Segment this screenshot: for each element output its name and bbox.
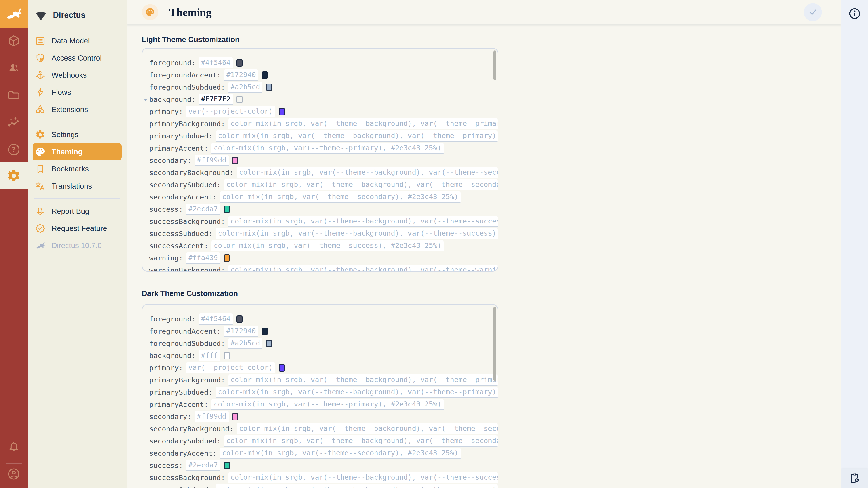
revisions-drawer-toggle[interactable] xyxy=(841,469,868,488)
rule-value-input[interactable]: color-mix(in srgb, var(--theme--backgrou… xyxy=(228,216,498,227)
module-docs[interactable]: ? xyxy=(0,136,28,163)
save-button[interactable] xyxy=(804,3,822,21)
translate-icon xyxy=(35,181,45,191)
rule-value-input[interactable]: color-mix(in srgb, var(--theme--backgrou… xyxy=(216,130,498,142)
rule-value-input[interactable]: color-mix(in srgb, var(--theme--backgrou… xyxy=(228,265,498,271)
color-swatch[interactable] xyxy=(279,364,285,372)
rule-value-input[interactable]: color-mix(in srgb, var(--theme--backgrou… xyxy=(228,375,498,386)
sidebar-item-report-bug[interactable]: Report Bug xyxy=(28,203,127,220)
rule-name: successAccent: xyxy=(149,242,208,250)
sidebar-version-row[interactable]: Directus 10.7.0 xyxy=(28,237,127,254)
rule-value-input[interactable]: #4f5464 xyxy=(199,313,233,325)
color-swatch[interactable] xyxy=(266,84,272,91)
settings-nav: Data Model Access Control xyxy=(28,32,127,254)
rule-value-input[interactable]: color-mix(in srgb, var(--theme--secondar… xyxy=(220,448,461,459)
sidebar-item-access-control[interactable]: Access Control xyxy=(28,50,127,67)
rule-name: success: xyxy=(149,205,183,213)
main-content: Theming Light Theme Customization foregr… xyxy=(127,0,841,488)
rule-name: foreground: xyxy=(149,315,195,323)
theme-rule-row: primaryBackground:color-mix(in srgb, var… xyxy=(149,118,498,130)
rule-value-input[interactable]: #F7F7F2 xyxy=(199,94,233,105)
rule-value-input[interactable]: color-mix(in srgb, var(--theme--primary)… xyxy=(211,142,444,154)
rule-value-input[interactable]: #fff xyxy=(199,350,220,361)
rule-value-input[interactable]: #172940 xyxy=(224,326,258,337)
rule-value: color-mix(in srgb, var(--theme--backgrou… xyxy=(218,229,498,237)
rule-value-input[interactable]: color-mix(in srgb, var(--theme--backgrou… xyxy=(216,387,498,398)
rule-value-input[interactable]: #ff99dd xyxy=(195,155,229,166)
color-swatch[interactable] xyxy=(237,315,243,323)
color-swatch[interactable] xyxy=(262,328,268,335)
rule-name: secondaryAccent: xyxy=(149,193,217,201)
sidebar-item-data-model[interactable]: Data Model xyxy=(28,32,127,50)
color-swatch[interactable] xyxy=(279,108,285,116)
color-swatch[interactable] xyxy=(232,413,238,420)
rule-value-input[interactable]: color-mix(in srgb, var(--theme--backgrou… xyxy=(224,179,498,191)
rule-value-input[interactable]: #172940 xyxy=(224,69,258,80)
sidebar-item-webhooks[interactable]: Webhooks xyxy=(28,67,127,84)
color-swatch[interactable] xyxy=(266,340,272,347)
editor-scrollbar[interactable] xyxy=(493,306,496,381)
rule-value-input[interactable]: color-mix(in srgb, var(--theme--primary)… xyxy=(211,399,444,410)
rule-value: color-mix(in srgb, var(--theme--backgrou… xyxy=(230,119,498,127)
sidebar-item-theming[interactable]: Theming xyxy=(33,143,122,160)
project-header[interactable]: Directus xyxy=(28,5,127,25)
check-icon xyxy=(808,7,818,18)
rule-value-input[interactable]: #a2b5cd xyxy=(228,338,262,349)
color-swatch[interactable] xyxy=(232,157,238,164)
project-logo-button[interactable] xyxy=(0,0,28,28)
rule-value-input[interactable]: #2ecda7 xyxy=(186,460,220,471)
dark-theme-editor[interactable]: foreground:#4f5464foregroundAccent:#1729… xyxy=(142,304,498,488)
module-insights[interactable] xyxy=(0,109,28,136)
rule-value-input[interactable]: color-mix(in srgb, var(--theme--backgrou… xyxy=(216,228,498,239)
verified-badge-icon xyxy=(35,223,45,234)
rule-value-input[interactable]: color-mix(in srgb, var(--theme--success)… xyxy=(211,240,444,252)
rule-value: #2ecda7 xyxy=(188,205,218,213)
notifications-button[interactable] xyxy=(0,434,28,461)
rule-value-input[interactable]: var(--project-color) xyxy=(186,106,275,117)
rule-value-input[interactable]: color-mix(in srgb, var(--theme--backgrou… xyxy=(237,167,498,178)
sidebar-item-settings[interactable]: Settings xyxy=(28,126,127,143)
rule-value-input[interactable]: #4f5464 xyxy=(199,57,233,68)
sidebar-item-label: Access Control xyxy=(52,54,102,62)
rule-name: primaryAccent: xyxy=(149,144,208,152)
color-swatch[interactable] xyxy=(224,254,230,262)
info-button[interactable] xyxy=(841,0,868,27)
palette-icon xyxy=(145,7,155,17)
rule-value-input[interactable]: var(--project-color) xyxy=(186,362,275,373)
sidebar-item-extensions[interactable]: Extensions xyxy=(28,101,127,118)
sidebar-item-translations[interactable]: Translations xyxy=(28,177,127,195)
theme-rule-row: primary:var(--project-color) xyxy=(149,105,498,118)
rule-value: #4f5464 xyxy=(201,315,230,323)
account-button[interactable] xyxy=(0,461,28,487)
rule-value-input[interactable]: #ffa439 xyxy=(186,252,220,264)
rule-value-input[interactable]: #2ecda7 xyxy=(186,203,220,215)
sidebar-item-flows[interactable]: Flows xyxy=(28,84,127,101)
module-file-library[interactable] xyxy=(0,82,28,109)
module-settings[interactable] xyxy=(0,162,28,189)
rule-value-input[interactable]: #ff99dd xyxy=(195,411,229,422)
color-swatch[interactable] xyxy=(224,462,230,469)
theme-rule-row: successSubdued:color-mix(in srgb, var(--… xyxy=(149,228,498,240)
module-user-directory[interactable] xyxy=(0,55,28,82)
light-theme-editor[interactable]: foreground:#4f5464foregroundAccent:#1729… xyxy=(142,48,498,271)
rule-value-input[interactable]: color-mix(in srgb, var(--theme--backgrou… xyxy=(237,423,498,434)
rule-value: color-mix(in srgb, var(--theme--backgrou… xyxy=(226,436,498,445)
sidebar-item-label: Webhooks xyxy=(52,71,87,79)
rule-value-input[interactable]: color-mix(in srgb, var(--theme--backgrou… xyxy=(228,472,498,483)
color-swatch[interactable] xyxy=(224,352,230,359)
rule-value-input[interactable]: color-mix(in srgb, var(--theme--backgrou… xyxy=(228,118,498,129)
rule-value-input[interactable]: color-mix(in srgb, var(--theme--secondar… xyxy=(220,191,461,203)
sidebar-item-bookmarks[interactable]: Bookmarks xyxy=(28,160,127,177)
color-swatch[interactable] xyxy=(224,205,230,213)
color-swatch[interactable] xyxy=(262,71,268,79)
rule-value-input[interactable]: color-mix(in srgb, var(--theme--backgrou… xyxy=(216,484,498,488)
color-swatch[interactable] xyxy=(237,59,243,67)
editor-scrollbar[interactable] xyxy=(493,51,496,80)
rule-value-input[interactable]: color-mix(in srgb, var(--theme--backgrou… xyxy=(224,435,498,447)
rule-value: var(--project-color) xyxy=(188,363,273,371)
color-swatch[interactable] xyxy=(237,96,243,103)
rule-value: #172940 xyxy=(226,327,256,335)
module-content[interactable] xyxy=(0,28,28,55)
rule-value-input[interactable]: #a2b5cd xyxy=(228,82,262,93)
sidebar-item-request-feature[interactable]: Request Feature xyxy=(28,220,127,237)
